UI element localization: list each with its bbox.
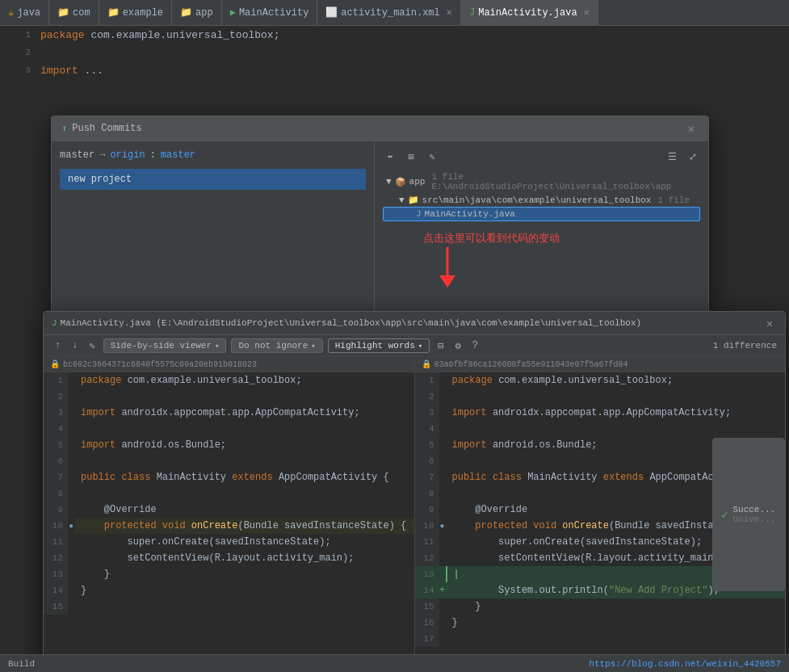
tab-com[interactable]: 📁 com (49, 0, 99, 25)
tab-universal-toolbox[interactable]: 📁 app (172, 0, 222, 25)
local-branch: master (60, 149, 94, 161)
highlight-chevron: ▾ (418, 342, 422, 351)
ignore-label: Do not ignore (238, 341, 308, 351)
diff-java-icon: J (52, 318, 57, 328)
diff-body: 🔒 bc692c3664371c6840f5575c09a20eb91b0180… (44, 357, 785, 656)
right-line-3: 3 import androidx.appcompat.app.AppCompa… (415, 405, 786, 421)
line-num-2: 2 (6, 48, 31, 57)
right-line-17: 17 (415, 631, 786, 647)
build-tab[interactable]: Build (8, 659, 35, 669)
status-bar: Build https://blog.csdn.net/weixin_44205… (0, 654, 789, 672)
diff-nav-up[interactable]: ↑ (52, 340, 64, 351)
app-folder-icon: 📦 (395, 177, 406, 187)
diff-titlebar: J MainActivity.java (E:\AndroidStudioPro… (44, 312, 785, 335)
push-dialog-close[interactable]: ✕ (684, 121, 699, 136)
push-left-pane: master → origin : master new project (52, 141, 375, 312)
activity-icon: ▶ (230, 6, 236, 19)
success-checkmark: ✓ (721, 508, 728, 522)
tree-root-label: app (409, 177, 426, 187)
left-line-4: 4 (44, 421, 414, 437)
tree-root-info: 1 file E:\AndroidStudioProject\Universal… (431, 172, 697, 191)
tree-src-arrow: ▼ (399, 195, 405, 205)
blog-url[interactable]: https://blog.csdn.net/weixin_4420557 (589, 659, 781, 669)
right-line-2: 2 (415, 388, 786, 405)
code-line-3: 3 import ... (0, 61, 789, 79)
side-by-side-btn[interactable]: Side-by-side viewer ▾ (103, 338, 227, 353)
java-icon: ☕ (8, 6, 14, 19)
tab-label-ma: MainActivity (239, 7, 308, 19)
diff-icon[interactable]: ⬌ (383, 149, 397, 164)
push-right-pane: ⬌ ⊞ ✎ ☰ ⤢ ▼ 📦 app 1 file E:\AndroidStudi… (375, 141, 708, 312)
ignore-btn[interactable]: Do not ignore ▾ (231, 338, 322, 353)
diff-help-icon[interactable]: ? (469, 340, 481, 351)
diff-right-hash: 83a6fbf86ca126608fa55e911043e07f5a67fd84 (434, 360, 628, 369)
push-icon: ⬆ (61, 123, 67, 135)
edit-icon[interactable]: ✎ (425, 149, 439, 164)
tree-src-info: 1 file (657, 195, 690, 205)
file-tree: ▼ 📦 app 1 file E:\AndroidStudioProject\U… (383, 170, 700, 221)
code-text-3: import ... (40, 65, 103, 77)
left-line-14: 14 } (44, 582, 414, 598)
right-line-4: 4 (415, 421, 786, 437)
close-main-java-icon[interactable]: ✕ (584, 6, 590, 19)
success-sublabel: Unive... (732, 514, 775, 524)
folder-icon-ut: 📁 (180, 6, 192, 19)
expand-icon[interactable]: ⤢ (686, 149, 700, 164)
main-file-icon: J (416, 209, 422, 219)
diff-dialog-close[interactable]: ✕ (762, 316, 777, 330)
xml-icon: ⬜ (325, 6, 338, 19)
highlight-btn[interactable]: Highlight words ▾ (328, 338, 430, 353)
tab-mainactivity-no-ext[interactable]: ▶ MainActivity (222, 0, 318, 25)
push-dialog-title: ⬆ Push Commits (61, 123, 142, 135)
tab-java[interactable]: ☕ java (0, 0, 49, 25)
java-file-icon: J (469, 7, 475, 19)
diff-left-hash-bar: 🔒 bc692c3664371c6840f5575c09a20eb91b0180… (44, 357, 414, 372)
tab-label-main-java: MainActivity.java (478, 7, 577, 19)
right-line-1: 1 package com.example.universal_toolbox; (415, 372, 786, 388)
line-num-3: 3 (6, 65, 31, 75)
tab-mainactivity-java[interactable]: J MainActivity.java ✕ (461, 0, 598, 25)
push-title-text: Push Commits (72, 123, 141, 134)
tab-label-xml: activity_main.xml (341, 7, 439, 19)
diff-settings-icon[interactable]: ⚙ (451, 340, 464, 352)
viewer-chevron: ▾ (215, 342, 219, 351)
highlight-label: Highlight words (335, 341, 415, 351)
left-line-8: 8 (44, 485, 414, 502)
tab-bar: ☕ java 📁 com 📁 example 📁 app ▶ MainActiv… (0, 0, 789, 26)
ignore-chevron: ▾ (311, 342, 315, 351)
diff-count: 1 difference (713, 341, 777, 351)
branch-sep: : (150, 149, 156, 161)
folder-icon-example: 📁 (107, 6, 120, 19)
tab-label-ut: app (195, 7, 213, 19)
diff-left-code[interactable]: 1 package com.example.universal_toolbox;… (44, 372, 414, 652)
code-line-1: 1 package com.example.universal_toolbox; (0, 26, 789, 44)
left-line-5: 5 import android.os.Bundle; (44, 437, 414, 453)
close-xml-icon[interactable]: ✕ (447, 6, 452, 19)
commit-label: new project (68, 174, 132, 185)
tab-example[interactable]: 📁 example (99, 0, 172, 25)
push-dialog-content: master → origin : master new project ⬌ ⊞… (52, 141, 708, 312)
tab-activity-xml[interactable]: ⬜ activity_main.xml ✕ (317, 0, 461, 25)
diff-align-icon[interactable]: ⊟ (434, 340, 447, 352)
table-icon[interactable]: ⊞ (404, 149, 418, 164)
left-line-12: 12 setContentView(R.layout.activity_main… (44, 550, 414, 566)
diff-nav-down[interactable]: ↓ (69, 340, 81, 351)
diff-right-pane: 🔒 83a6fbf86ca126608fa55e911043e07f5a67fd… (415, 357, 786, 656)
tree-src-label: src\main\java\com\example\universal_tool… (422, 195, 652, 205)
annotation-arrow (423, 247, 472, 288)
diff-left-pane: 🔒 bc692c3664371c6840f5575c09a20eb91b0180… (44, 357, 415, 656)
left-line-2: 2 (44, 388, 414, 405)
diff-edit-icon[interactable]: ✎ (86, 340, 98, 352)
tree-mainactivity[interactable]: J MainActivity.java (383, 207, 700, 221)
success-text: Succe... Unive... (732, 505, 775, 524)
remote-name[interactable]: origin (110, 149, 145, 161)
code-line-2: 2 (0, 44, 789, 61)
src-folder-icon: 📁 (408, 195, 419, 205)
annotation-text: 点击这里可以看到代码的变动 (423, 231, 560, 246)
left-line-1: 1 package com.example.universal_toolbox; (44, 372, 414, 388)
tree-src: ▼ 📁 src\main\java\com\example\universal_… (383, 193, 700, 207)
settings-icon-right[interactable]: ☰ (665, 149, 679, 164)
tree-root: ▼ 📦 app 1 file E:\AndroidStudioProject\U… (383, 170, 700, 193)
target-branch[interactable]: master (161, 149, 195, 161)
push-commits-dialog: ⬆ Push Commits ✕ master → origin : maste… (51, 116, 709, 313)
